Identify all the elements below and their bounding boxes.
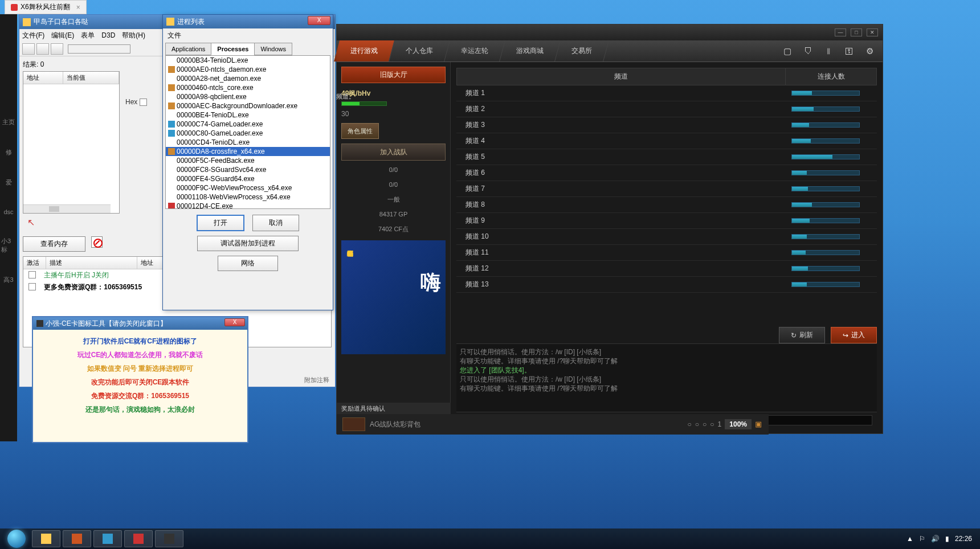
- nav-trade[interactable]: 交易所: [555, 40, 609, 62]
- pointer-icon[interactable]: ↖: [27, 217, 39, 228]
- media-dot[interactable]: ○: [695, 420, 699, 428]
- clock[interactable]: 22:26: [955, 535, 972, 543]
- refresh-button[interactable]: ↻刷新: [779, 327, 825, 343]
- process-item[interactable]: 00000BE4-TenioDL.exe: [166, 110, 330, 120]
- channel-row[interactable]: 频道 2: [456, 101, 877, 117]
- proc-titlebar[interactable]: 进程列表 X: [163, 15, 333, 28]
- process-item[interactable]: 00000AE0-ntcls_daemon.exe: [166, 65, 330, 74]
- process-item[interactable]: 00000B34-TenioDL.exe: [166, 56, 330, 65]
- view-memory-button[interactable]: 查看内存: [23, 236, 85, 252]
- nav-play[interactable]: 进行游戏: [334, 40, 395, 62]
- open-button[interactable]: 打开: [197, 215, 244, 231]
- toolbar-process-icon[interactable]: [51, 43, 63, 55]
- shield-icon[interactable]: ⛉: [803, 46, 813, 56]
- channel-row[interactable]: 频道 1: [456, 85, 877, 101]
- channel-row[interactable]: 频道 11: [456, 245, 877, 261]
- channel-row[interactable]: 频道 5: [456, 149, 877, 165]
- nav-inventory[interactable]: 个人仓库: [389, 40, 450, 62]
- channel-row[interactable]: 频道 9: [456, 213, 877, 229]
- close-button[interactable]: ✕: [867, 28, 878, 36]
- strip-item[interactable]: 高3: [2, 274, 14, 285]
- menu-table[interactable]: 表单: [81, 31, 95, 40]
- bars-icon[interactable]: ⦀: [823, 46, 834, 56]
- enter-button[interactable]: ↪进入: [831, 327, 877, 343]
- process-item[interactable]: 00001108-WebViewProcess_x64.exe: [166, 192, 330, 202]
- ce-results-list[interactable]: 地址 当前值: [23, 71, 120, 214]
- task-app2[interactable]: [93, 530, 122, 547]
- channel-row[interactable]: 频道 4: [456, 133, 877, 149]
- proc-menu-file[interactable]: 文件: [163, 28, 333, 43]
- strip-item[interactable]: 爱: [5, 177, 13, 188]
- channel-row[interactable]: 频道 13: [456, 277, 877, 293]
- cancel-button[interactable]: 取消: [252, 215, 299, 231]
- channel-list[interactable]: 频道 1 频道 2 频道 3 频道 4 频道 5 频道 6 频道 7 频道 8 …: [456, 85, 877, 322]
- strip-item[interactable]: dsc: [2, 207, 14, 216]
- old-lobby-button[interactable]: 旧版大厅: [341, 67, 446, 83]
- nav-shop[interactable]: 游戏商城: [500, 40, 561, 62]
- tab-close-icon[interactable]: ×: [76, 3, 80, 11]
- tab-applications[interactable]: Applications: [165, 43, 211, 55]
- volume-icon[interactable]: 🔊: [931, 535, 940, 543]
- process-item[interactable]: 00000CD4-TenioDL.exe: [166, 138, 330, 147]
- strip-item[interactable]: 修: [5, 147, 13, 158]
- reward-pending-bar[interactable]: 奖励道具待确认: [337, 403, 451, 414]
- strip-item[interactable]: 小3标: [0, 236, 17, 255]
- toolbar-save-icon[interactable]: [36, 43, 49, 55]
- task-ce[interactable]: [124, 530, 153, 547]
- strip-item[interactable]: 主页: [1, 117, 16, 128]
- col-active[interactable]: 激活: [23, 257, 46, 269]
- channel-row[interactable]: 频道 6: [456, 165, 877, 181]
- media-dot[interactable]: ○: [703, 420, 707, 428]
- channel-row[interactable]: 频道 7: [456, 181, 877, 197]
- process-item[interactable]: 00000A98-qbclient.exe: [166, 92, 330, 101]
- menu-d3d[interactable]: D3D: [101, 31, 115, 39]
- stop-icon[interactable]: [91, 236, 103, 248]
- col-value[interactable]: 当前值: [63, 72, 119, 84]
- tray-up-icon[interactable]: ▲: [906, 535, 913, 543]
- task-explorer[interactable]: [32, 530, 60, 547]
- process-item[interactable]: 00000460-ntcls_core.exe: [166, 83, 330, 92]
- close-button[interactable]: X: [308, 16, 330, 25]
- zoom-label[interactable]: 100%: [725, 419, 752, 429]
- maximize-button[interactable]: □: [851, 28, 862, 36]
- join-clan-button[interactable]: 加入战队: [341, 144, 446, 161]
- process-listbox[interactable]: 00000B34-TenioDL.exe00000AE0-ntcls_daemo…: [165, 55, 330, 209]
- process-item[interactable]: 00000C74-GameLoader.exe: [166, 120, 330, 129]
- diamond-icon[interactable]: ◈: [752, 417, 766, 431]
- process-item[interactable]: 000012D4-CE.exe: [166, 202, 330, 209]
- menu-file[interactable]: 文件(F): [22, 31, 44, 40]
- browser-tab[interactable]: X6舞秋风往前翻 ×: [5, 0, 87, 14]
- minimize-button[interactable]: —: [835, 28, 846, 36]
- process-item[interactable]: 00000FE4-SGuard64.exe: [166, 174, 330, 183]
- task-tool[interactable]: [155, 530, 183, 547]
- process-item[interactable]: 00000FC8-SGuardSvc64.exe: [166, 165, 330, 174]
- character-attr-button[interactable]: 角色属性: [341, 123, 379, 139]
- gear-icon[interactable]: ⚙: [864, 46, 875, 56]
- channel-row[interactable]: 频道 12: [456, 261, 877, 277]
- network-icon[interactable]: ▮: [945, 535, 949, 543]
- close-button[interactable]: X: [224, 318, 245, 326]
- col-address[interactable]: 地址: [23, 72, 63, 84]
- process-item[interactable]: 00000F5C-FeedBack.exe: [166, 156, 330, 165]
- hex-checkbox[interactable]: [140, 99, 147, 106]
- process-item[interactable]: 00000C80-GameLoader.exe: [166, 129, 330, 138]
- menu-edit[interactable]: 编辑(E): [51, 31, 74, 40]
- instr-titlebar[interactable]: 小强-CE卡图标工具【请勿关闭此窗口】 X: [33, 317, 247, 330]
- channel-row[interactable]: 频道 8: [456, 197, 877, 213]
- media-dot[interactable]: ○: [688, 420, 692, 428]
- tv-icon[interactable]: ▢: [782, 46, 793, 56]
- process-item[interactable]: 00000A28-net_daemon.exe: [166, 74, 330, 83]
- nav-lucky[interactable]: 幸运左轮: [444, 40, 505, 62]
- row-checkbox[interactable]: [28, 271, 36, 278]
- promo-banner[interactable]: 爆仓福利 嗨: [341, 240, 446, 354]
- key-icon[interactable]: ⚿: [844, 46, 854, 56]
- tab-windows[interactable]: Windows: [254, 43, 292, 55]
- toolbar-open-icon[interactable]: [22, 43, 35, 55]
- attach-debugger-button[interactable]: 调试器附加到进程: [197, 236, 299, 251]
- horizontal-scrollbar[interactable]: [23, 204, 111, 213]
- task-app1[interactable]: [63, 530, 91, 547]
- item-thumb[interactable]: [342, 417, 365, 431]
- media-dot[interactable]: ○: [710, 420, 714, 428]
- col-desc[interactable]: 描述: [46, 257, 137, 269]
- process-item[interactable]: 00000DA8-crossfire_x64.exe: [166, 147, 330, 156]
